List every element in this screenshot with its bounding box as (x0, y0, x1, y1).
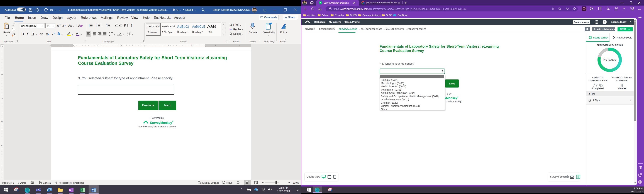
svg-text:i: i (107, 26, 108, 27)
svg-text:X: X (81, 189, 82, 191)
svg-text:T: T (38, 189, 39, 191)
svg-text:1: 1 (106, 24, 107, 25)
svg-text:W: W (92, 189, 94, 191)
svg-text:a: a (107, 25, 108, 26)
svg-text:N: N (69, 189, 71, 191)
svg-text:1: 1 (96, 24, 97, 25)
svg-text:2: 2 (96, 25, 97, 26)
svg-text:3: 3 (96, 26, 97, 27)
